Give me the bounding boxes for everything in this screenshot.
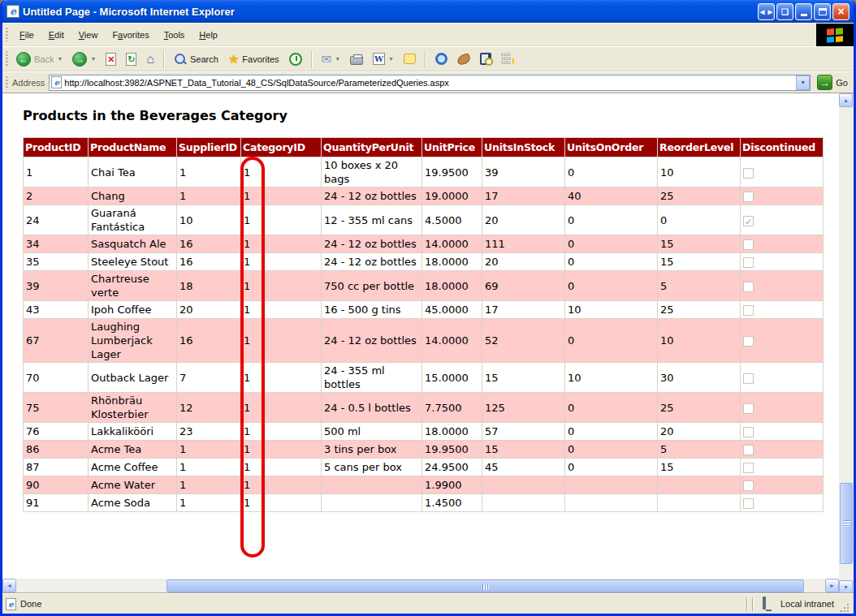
title-bar: e Untitled Page - Microsoft Internet Exp… (2, 0, 854, 23)
cell-categoryid: 1 (241, 301, 322, 319)
cell-quantityperunit: 24 - 12 oz bottles (322, 319, 422, 363)
discuss-button[interactable] (400, 52, 420, 66)
back-button[interactable]: ← Back ▼ (12, 50, 67, 68)
vertical-scroll-thumb[interactable] (840, 483, 853, 564)
discontinued-checkbox[interactable] (743, 257, 754, 268)
print-button[interactable] (346, 52, 367, 67)
cell-unitsinstock: 52 (482, 319, 565, 363)
forward-dropdown-icon[interactable]: ▼ (90, 56, 96, 62)
address-dropdown-button[interactable]: ▼ (796, 75, 810, 90)
research-bird-button[interactable] (453, 53, 474, 66)
maximize-button[interactable] (814, 3, 831, 20)
discontinued-checkbox[interactable] (743, 305, 754, 316)
discontinued-checkbox[interactable] (743, 427, 754, 437)
discontinued-checkbox[interactable] (743, 445, 754, 455)
detach-window-icon[interactable]: ❏ (776, 3, 793, 20)
discontinued-checkbox[interactable] (743, 192, 754, 202)
vertical-scrollbar[interactable]: ▲ ▼ (839, 93, 854, 594)
data-debug-button[interactable]: 010110100101 (497, 51, 518, 67)
search-button[interactable]: Search (170, 51, 223, 67)
minimize-button[interactable] (795, 3, 812, 20)
cell-unitprice: 19.0000 (422, 187, 482, 205)
research-book-button[interactable] (476, 51, 495, 67)
menu-item-favorites[interactable]: Favorites (105, 27, 156, 43)
refresh-icon: ↻ (126, 53, 136, 66)
column-header-unitsinstock: UnitsInStock (482, 138, 565, 157)
favorites-button[interactable]: ★ Favorites (224, 51, 283, 67)
cell-quantityperunit (322, 494, 422, 512)
discontinued-checkbox[interactable] (743, 168, 754, 179)
discontinued-checkbox[interactable] (743, 282, 754, 292)
menu-item-edit[interactable]: Edit (41, 27, 71, 43)
edit-with-word-button[interactable]: W ▼ (369, 51, 398, 67)
resize-grip[interactable] (840, 603, 850, 614)
toolbar-grip[interactable] (6, 28, 8, 41)
table-row: 2Chang1124 - 12 oz bottles19.0000174025 (24, 187, 824, 205)
discontinued-checkbox[interactable] (743, 480, 754, 491)
cell-discontinued (741, 187, 824, 205)
discontinued-checkbox[interactable] (743, 216, 754, 226)
menu-item-file[interactable]: File (12, 27, 41, 43)
mail-button[interactable]: ✉ ▼ (318, 51, 345, 67)
cell-quantityperunit: 24 - 12 oz bottles (322, 235, 422, 253)
scroll-down-icon[interactable]: ▼ (839, 580, 853, 594)
menu-item-view[interactable]: View (71, 27, 106, 43)
mail-icon: ✉ (322, 53, 332, 65)
cell-categoryid: 1 (241, 205, 322, 235)
close-button[interactable]: × (832, 3, 850, 20)
cell-productid: 24 (24, 205, 89, 235)
toolbar-grip-2[interactable] (6, 51, 8, 67)
print-icon (350, 56, 363, 65)
edit-dropdown-icon[interactable]: ▼ (388, 56, 394, 62)
address-url[interactable]: http://localhost:3982/ASPNET_Data_Tutori… (64, 78, 793, 88)
table-row: 34Sasquatch Ale16124 - 12 oz bottles14.0… (24, 235, 824, 253)
windows-flag-icon (827, 28, 843, 42)
cell-reorderlevel: 0 (658, 205, 741, 235)
cell-unitsinstock: 45 (482, 459, 565, 476)
cell-categoryid: 1 (241, 319, 322, 363)
horizontal-scrollbar[interactable]: ◄ ► (2, 579, 839, 593)
discontinued-checkbox[interactable] (743, 336, 754, 347)
toolbar-separator-2 (311, 50, 313, 68)
toolbar-grip-3[interactable] (6, 76, 8, 88)
messenger-button[interactable] (431, 51, 452, 67)
table-row: 91Acme Soda111.4500 (24, 494, 824, 512)
menu-item-help[interactable]: Help (192, 27, 225, 43)
cell-unitsinstock: 17 (482, 301, 565, 319)
address-input[interactable]: e http://localhost:3982/ASPNET_Data_Tuto… (49, 75, 811, 91)
stop-button[interactable]: ✕ (102, 51, 120, 67)
cell-supplierid: 20 (177, 301, 241, 319)
go-button[interactable]: → Go (815, 74, 850, 91)
cell-quantityperunit: 24 - 355 ml bottles (322, 363, 422, 393)
horizontal-scroll-thumb[interactable] (166, 579, 804, 592)
cell-productid: 39 (24, 271, 89, 301)
scroll-up-icon[interactable]: ▲ (839, 93, 853, 107)
back-dropdown-icon[interactable]: ▼ (57, 56, 63, 62)
cell-reorderlevel (658, 494, 741, 512)
status-page-icon: e (6, 598, 16, 610)
forward-button[interactable]: → ▼ (68, 50, 100, 68)
cell-categoryid: 1 (241, 235, 322, 253)
cell-categoryid: 1 (241, 441, 322, 459)
cell-supplierid: 18 (177, 271, 241, 301)
discontinued-checkbox[interactable] (743, 463, 754, 473)
cell-reorderlevel: 25 (658, 187, 741, 205)
table-row: 76Lakkalikööri231500 ml18.000057020 (24, 423, 824, 441)
mail-dropdown-icon[interactable]: ▼ (335, 56, 340, 62)
history-button[interactable] (285, 51, 306, 67)
cell-unitsonorder: 0 (565, 459, 658, 476)
discontinued-checkbox[interactable] (743, 403, 754, 414)
discontinued-checkbox[interactable] (743, 239, 754, 250)
refresh-button[interactable]: ↻ (122, 51, 141, 67)
menu-item-tools[interactable]: Tools (157, 27, 192, 43)
cell-reorderlevel: 20 (658, 423, 741, 441)
column-header-unitsonorder: UnitsOnOrder (565, 138, 658, 157)
cell-discontinued (741, 459, 824, 476)
scroll-left-icon[interactable]: ◄ (2, 579, 16, 592)
discontinued-checkbox[interactable] (743, 373, 754, 384)
table-row: 75Rhönbräu Klosterbier12124 - 0.5 l bott… (24, 393, 824, 423)
home-button[interactable]: ⌂ (142, 51, 158, 67)
discontinued-checkbox[interactable] (743, 498, 754, 509)
scroll-right-icon[interactable]: ► (825, 579, 839, 592)
pan-buttons-icon[interactable]: ◄► (758, 3, 775, 20)
